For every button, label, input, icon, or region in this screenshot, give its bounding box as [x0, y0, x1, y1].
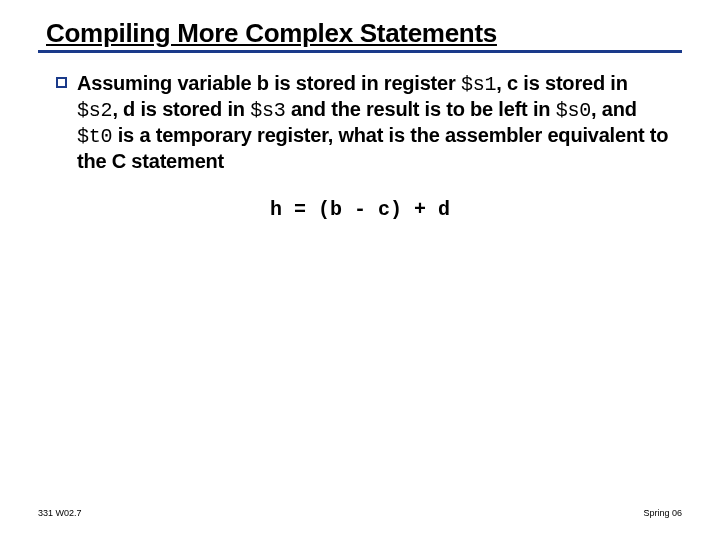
bullet-square-icon — [56, 77, 67, 88]
text-part: , and — [591, 98, 637, 120]
register-code: $s2 — [77, 99, 112, 122]
register-code: $s3 — [250, 99, 285, 122]
text-part: Assuming variable b is stored in registe… — [77, 72, 461, 94]
slide: Compiling More Complex Statements Assumi… — [0, 0, 720, 540]
page-title: Compiling More Complex Statements — [46, 18, 682, 49]
footer-right: Spring 06 — [643, 508, 682, 518]
footer-left: 331 W02.7 — [38, 508, 82, 518]
text-part: , d is stored in — [112, 98, 250, 120]
register-code: $s1 — [461, 73, 496, 96]
title-underline-wrap: Compiling More Complex Statements — [38, 18, 682, 53]
text-part: and the result is to be left in — [286, 98, 556, 120]
text-part: is a temporary register, what is the ass… — [77, 124, 668, 172]
bullet-item: Assuming variable b is stored in registe… — [38, 71, 682, 174]
bullet-text: Assuming variable b is stored in registe… — [77, 71, 672, 174]
register-code: $s0 — [556, 99, 591, 122]
text-part: , c is stored in — [496, 72, 627, 94]
code-statement: h = (b - c) + d — [38, 198, 682, 221]
register-code: $t0 — [77, 125, 112, 148]
